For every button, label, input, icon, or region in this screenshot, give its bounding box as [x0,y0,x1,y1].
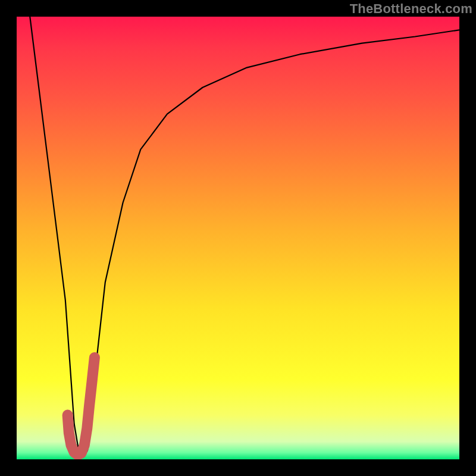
plot-area [17,17,459,459]
highlight-hook [68,358,95,455]
watermark-text: TheBottleneck.com [350,1,472,17]
curves-layer [17,17,459,459]
chart-frame: TheBottleneck.com [0,0,476,476]
